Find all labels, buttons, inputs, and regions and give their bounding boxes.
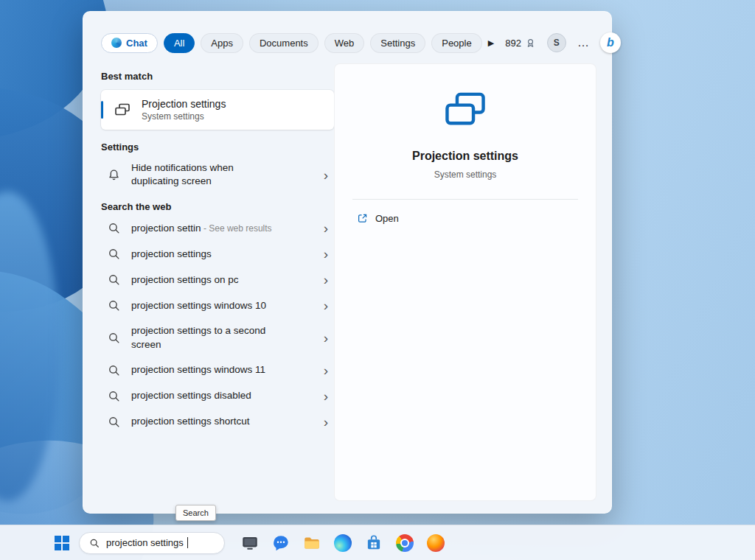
filter-tab-web[interactable]: Web <box>324 33 365 53</box>
avatar-initial: S <box>554 38 560 48</box>
search-tooltip: Search <box>175 505 216 521</box>
suggestion-query: projection settings windows 11 <box>131 364 265 375</box>
search-icon <box>108 332 120 344</box>
suggestion-text: projection settings to a second screen <box>131 324 282 351</box>
start-button[interactable] <box>55 536 69 550</box>
search-results-column: Best match Projection settings System se… <box>101 71 334 435</box>
taskbar-app-icons <box>240 533 445 553</box>
projection-settings-large-icon <box>442 91 488 133</box>
filter-tab-settings[interactable]: Settings <box>370 33 425 53</box>
filter-label: All <box>174 38 184 49</box>
suggestion-query: projection settings on pc <box>131 274 239 285</box>
chevron-right-icon[interactable]: › <box>321 221 331 235</box>
taskbar-search-input[interactable]: projection settings <box>79 532 225 554</box>
bing-chat-icon <box>111 38 122 48</box>
more-filters-icon[interactable]: ▶ <box>488 38 494 48</box>
text-cursor <box>187 537 188 548</box>
windows-logo-icon <box>55 544 61 550</box>
chat-button-label: Chat <box>126 38 147 49</box>
web-suggestion-row[interactable]: projection settings to a second screen › <box>101 318 334 357</box>
web-suggestion-row[interactable]: projection settings windows 11 › <box>101 357 334 383</box>
filter-label: Documents <box>260 38 308 49</box>
filter-label: People <box>442 38 471 49</box>
chevron-right-icon[interactable]: › <box>321 389 331 403</box>
more-options-icon[interactable]: … <box>577 36 589 49</box>
best-match-text: Projection settings System settings <box>142 98 226 122</box>
taskbar-search-value: projection settings <box>106 537 184 548</box>
settings-result-item[interactable]: Hide notifications when duplicating scre… <box>101 155 334 194</box>
web-suggestion-row[interactable]: projection settings on pc › <box>101 267 334 293</box>
chevron-right-icon[interactable]: › <box>321 298 331 312</box>
edge-browser-icon[interactable] <box>333 533 352 553</box>
firefox-browser-icon[interactable] <box>426 533 445 553</box>
web-section-header: Search the web <box>101 201 334 212</box>
chrome-browser-icon[interactable] <box>395 533 414 553</box>
filter-label: Settings <box>380 38 415 49</box>
suggestion-query: projection settings windows 10 <box>131 300 266 311</box>
open-action-label: Open <box>375 213 399 224</box>
search-flyout-panel: Chat All Apps Documents Web Settings Peo… <box>83 11 612 514</box>
result-preview-pane: Projection settings System settings Open <box>334 63 596 501</box>
best-match-title: Projection settings <box>142 98 226 110</box>
chevron-right-icon[interactable]: › <box>321 363 331 377</box>
filter-tab-documents[interactable]: Documents <box>249 33 319 53</box>
suggestion-query: projection settin <box>131 223 201 234</box>
suggestion-text: projection settings windows 11 <box>131 363 265 377</box>
search-icon <box>108 299 120 312</box>
suggestion-query: projection settings disabled <box>131 390 251 401</box>
chevron-right-icon[interactable]: › <box>321 247 331 261</box>
selection-accent-bar <box>101 101 103 119</box>
open-action[interactable]: Open <box>357 213 399 224</box>
open-external-icon <box>357 213 368 224</box>
web-suggestion-row[interactable]: projection settings shortcut › <box>101 409 334 435</box>
search-filter-bar: Chat All Apps Documents Web Settings Peo… <box>101 32 598 53</box>
settings-section-header: Settings <box>101 141 334 153</box>
best-match-subtitle: System settings <box>142 111 226 122</box>
windows-logo-icon <box>63 536 69 542</box>
filter-tab-people[interactable]: People <box>431 33 481 53</box>
chat-app-icon[interactable] <box>271 533 290 553</box>
settings-section: Settings Hide notifications when duplica… <box>101 141 334 194</box>
windows-logo-icon <box>63 544 69 550</box>
search-icon <box>89 538 100 548</box>
search-icon <box>108 416 120 428</box>
bing-logo-letter: b <box>607 36 614 49</box>
filter-label: Apps <box>211 38 233 49</box>
filter-label: Web <box>335 38 355 49</box>
projection-settings-icon <box>114 101 131 119</box>
preview-title: Projection settings <box>412 150 518 163</box>
filter-tab-all[interactable]: All <box>164 33 195 53</box>
rewards-points: 892 <box>505 38 521 49</box>
suggestion-query: projection settings shortcut <box>131 416 250 427</box>
edge-logo <box>334 534 352 552</box>
file-explorer-icon[interactable] <box>302 533 321 553</box>
chrome-logo <box>396 534 414 552</box>
search-icon <box>108 364 120 377</box>
best-match-header: Best match <box>101 71 334 82</box>
rewards-counter[interactable]: 892 <box>505 38 536 49</box>
bell-icon <box>108 169 120 181</box>
web-suggestion-row[interactable]: projection settin - See web results › <box>101 215 334 241</box>
chevron-right-icon[interactable]: › <box>321 273 331 287</box>
chevron-right-icon[interactable]: › <box>321 415 331 429</box>
dark-app-icon[interactable] <box>240 533 260 553</box>
preview-subtitle: System settings <box>434 169 497 180</box>
best-match-result[interactable]: Projection settings System settings <box>101 90 334 130</box>
chevron-right-icon[interactable]: › <box>321 331 331 345</box>
windows-logo-icon <box>55 536 61 542</box>
web-suggestion-row[interactable]: projection settings windows 10 › <box>101 293 334 318</box>
web-suggestion-row[interactable]: projection settings › <box>101 241 334 267</box>
bing-logo-icon[interactable]: b <box>600 32 621 53</box>
filter-tab-apps[interactable]: Apps <box>201 33 243 53</box>
chat-button[interactable]: Chat <box>101 33 158 53</box>
user-avatar[interactable]: S <box>547 33 566 52</box>
search-header-actions: ▶ 892 S … b <box>488 32 621 53</box>
chevron-right-icon[interactable]: › <box>321 168 331 182</box>
web-suggestion-row[interactable]: projection settings disabled › <box>101 383 334 409</box>
microsoft-store-icon[interactable] <box>364 533 383 553</box>
settings-result-label: Hide notifications when duplicating scre… <box>131 161 251 188</box>
suggestion-query: projection settings to a second screen <box>131 325 265 349</box>
suggestion-text: projection settings windows 10 <box>131 299 266 312</box>
suggestion-text: projection settings on pc <box>131 273 239 287</box>
search-icon <box>108 390 120 402</box>
